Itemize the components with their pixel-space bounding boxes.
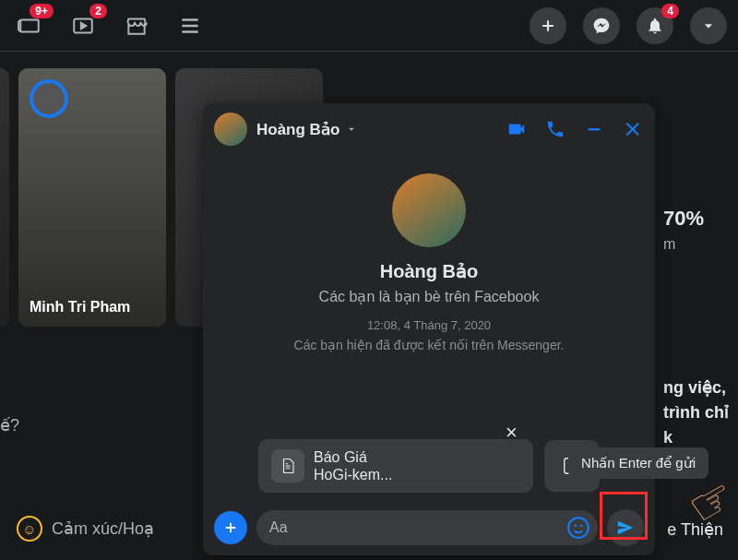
chat-timestamp: 12:08, 4 Tháng 7, 2020 [214,318,644,332]
svg-rect-0 [20,19,39,31]
profile-name: Hoàng Bảo [214,260,644,282]
story-card[interactable] [0,68,9,327]
profile-avatar[interactable] [392,173,466,247]
watch-badge: 2 [89,4,107,18]
send-button[interactable] [607,509,644,546]
notifications-badge: 4 [661,4,679,18]
side-footer: e Thiện [667,519,723,540]
marketplace-icon[interactable] [118,7,155,44]
account-button[interactable] [690,7,727,44]
chat-popup: Hoàng Bảo Hoàng Bảo Các bạn là bạn bè tr… [203,103,655,555]
chevron-down-icon [345,123,358,136]
more-actions-button[interactable] [214,511,247,544]
svg-point-6 [580,524,583,527]
watch-icon[interactable]: 2 [65,7,101,44]
story-card[interactable]: Minh Tri Pham [18,68,166,327]
svg-rect-2 [589,128,601,130]
feeling-icon[interactable]: ☺ [17,516,42,542]
attachment-title: Báo Giá [314,448,392,466]
send-tooltip: Nhấn Enter để gửi [568,447,708,479]
file-icon [271,449,304,483]
notifications-button[interactable]: 4 [637,7,673,44]
feeling-label[interactable]: Cảm xúc/Hoạ [52,518,154,539]
message-input[interactable]: Aa [256,510,598,545]
story-author: Minh Tri Pham [30,298,155,316]
emoji-button[interactable] [566,516,590,540]
create-button[interactable] [530,7,566,44]
audio-call-button[interactable] [544,118,566,140]
story-avatar-ring [30,79,68,118]
chat-title-text: Hoàng Bảo [256,120,339,139]
chat-title[interactable]: Hoàng Bảo [256,120,358,139]
messenger-button[interactable] [583,7,620,44]
svg-point-5 [574,524,577,527]
message-placeholder: Aa [269,519,288,536]
connected-line: Các bạn hiện đã được kết nối trên Messen… [214,338,644,352]
attachment-subtitle: HoGi-kem... [314,466,392,483]
video-call-button[interactable] [506,118,528,140]
home-badge: 9+ [30,4,54,18]
composer-hint: ế? [0,415,19,435]
home-icon[interactable]: 9+ [11,7,48,44]
side-panel: 70% m ng việc, trình chỉ k vn [663,203,729,477]
svg-point-4 [568,518,589,538]
menu-icon[interactable] [172,7,208,44]
close-button[interactable] [622,118,644,140]
attachment-chip[interactable]: × Báo Giá HoGi-kem... [258,439,533,493]
chat-body[interactable]: Hoàng Bảo Các bạn là bạn bè trên Faceboo… [203,155,655,439]
friends-line: Các bạn là bạn bè trên Facebook [214,288,644,305]
chat-avatar[interactable] [214,113,247,146]
minimize-button[interactable] [583,118,605,140]
remove-attachment-button[interactable]: × [506,421,528,443]
